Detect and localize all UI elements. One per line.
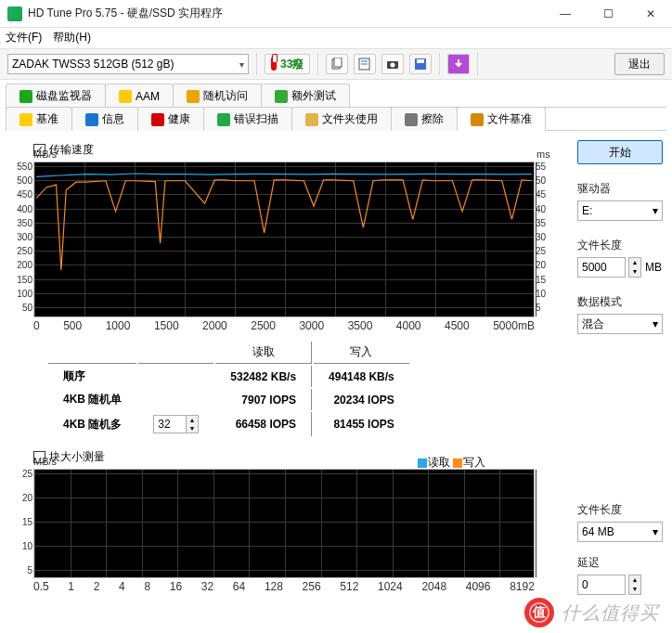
tab-icon: [305, 113, 318, 126]
chevron-down-icon: ▾: [653, 204, 658, 217]
chart2-unit-left: MB/s: [33, 456, 57, 467]
tab-icon: [217, 113, 230, 126]
tab-AAM[interactable]: AAM: [105, 84, 174, 108]
svg-rect-1: [334, 58, 342, 67]
drive-select-value: ZADAK TWSS3 512GB (512 gB): [12, 58, 174, 71]
tab-group: 磁盘监视器AAM随机访问额外测试 基准信息健康错误扫描文件夹使用擦除文件基准: [0, 80, 672, 131]
tab-基准[interactable]: 基准: [6, 107, 72, 131]
tab-icon: [85, 113, 98, 126]
minimize-button[interactable]: —: [544, 0, 587, 28]
start-button[interactable]: 开始: [577, 140, 663, 164]
tab-文件夹使用[interactable]: 文件夹使用: [291, 107, 392, 131]
tab-icon: [187, 90, 200, 103]
tab-icon: [119, 90, 132, 103]
svg-rect-8: [417, 59, 424, 63]
chevron-down-icon: ▾: [239, 59, 244, 70]
toolbar: ZADAK TWSS3 512GB (512 gB) ▾ 33癈 退出: [0, 48, 672, 80]
thermometer-icon: [271, 58, 277, 71]
delay-label: 延迟: [577, 555, 663, 571]
blocksize-chart: 252015105: [33, 469, 535, 578]
delay-spinner[interactable]: ▴▾: [628, 575, 641, 595]
transfer-chart: 5505550050450454004035035300302502520020…: [33, 161, 535, 317]
chart1-unit-left: MB/s: [33, 149, 57, 160]
copy-info-button[interactable]: [354, 54, 376, 74]
download-button[interactable]: [447, 54, 470, 74]
menu-file[interactable]: 文件(F): [6, 30, 42, 46]
table-row: 4KB 随机多32▴▾66458 IOPS81455 IOPS: [48, 412, 409, 436]
drive-select[interactable]: ZADAK TWSS3 512GB (512 gB) ▾: [7, 54, 249, 74]
chart1-unit-right: ms: [536, 149, 550, 160]
tab-icon: [405, 113, 418, 126]
table-row: 顺序532482 KB/s494148 KB/s: [48, 366, 409, 387]
close-button[interactable]: ✕: [629, 0, 672, 28]
mode-label: 数据模式: [577, 294, 663, 310]
blocksize-checkbox-label: 块大小测量: [49, 449, 105, 465]
col-read: 读取: [215, 342, 312, 364]
exit-button[interactable]: 退出: [614, 53, 665, 75]
chart1-x-axis: 0500100015002000250030003500400045005000…: [33, 317, 535, 334]
main-panel: ✓ 传输速度 MB/s ms 5505550050450454004035035…: [0, 131, 672, 606]
tab-icon: [151, 113, 164, 126]
titlebar: HD Tune Pro 5.75 - 硬盘/SSD 实用程序 — ☐ ✕: [0, 0, 672, 28]
driver-select[interactable]: E:▾: [577, 200, 663, 221]
tab-文件基准[interactable]: 文件基准: [457, 107, 546, 131]
col-write: 写入: [314, 342, 409, 364]
svg-point-6: [391, 63, 395, 68]
filelen-label: 文件长度: [577, 238, 663, 253]
tab-错误扫描[interactable]: 错误扫描: [203, 107, 292, 131]
tab-信息[interactable]: 信息: [71, 107, 138, 131]
tab-磁盘监视器[interactable]: 磁盘监视器: [6, 84, 106, 108]
filelen-unit: MB: [645, 261, 662, 274]
delay-input[interactable]: 0: [577, 575, 626, 595]
chart2-x-axis: 0.512481632641282565121024204840968192: [33, 578, 535, 595]
legend-read-swatch: [418, 459, 427, 468]
qdepth-input[interactable]: 32: [153, 415, 187, 433]
screenshot-button[interactable]: [381, 54, 404, 74]
legend-write-swatch: [453, 459, 462, 468]
tab-额外测试[interactable]: 额外测试: [261, 84, 350, 108]
qdepth-spinner[interactable]: ▴▾: [186, 415, 199, 433]
app-icon: [7, 6, 22, 21]
temperature-badge: 33癈: [265, 54, 310, 74]
filelen2-label: 文件长度: [577, 502, 663, 518]
filelen-input[interactable]: 5000: [577, 257, 626, 278]
maximize-button[interactable]: ☐: [587, 0, 629, 28]
window-title: HD Tune Pro 5.75 - 硬盘/SSD 实用程序: [28, 6, 544, 21]
tab-随机访问[interactable]: 随机访问: [173, 84, 262, 108]
menu-help[interactable]: 帮助(H): [53, 30, 91, 46]
tab-icon: [471, 113, 484, 126]
chevron-down-icon: ▾: [653, 525, 658, 538]
chevron-down-icon: ▾: [653, 317, 658, 330]
filelen2-select[interactable]: 64 MB▾: [577, 522, 663, 542]
tab-擦除[interactable]: 擦除: [391, 107, 458, 131]
table-row: 4KB 随机单7907 IOPS20234 IOPS: [48, 389, 409, 410]
tab-row-1: 磁盘监视器AAM随机访问额外测试: [6, 84, 666, 108]
copy-text-button[interactable]: [326, 54, 348, 74]
tab-健康[interactable]: 健康: [137, 107, 204, 131]
save-button[interactable]: [409, 54, 432, 74]
result-table: 读取写入 顺序532482 KB/s494148 KB/s4KB 随机单7907…: [46, 340, 411, 438]
temperature-value: 33癈: [280, 57, 304, 72]
tab-icon: [19, 113, 32, 126]
tab-icon: [19, 90, 32, 103]
filelen-spinner[interactable]: ▴▾: [628, 257, 641, 278]
tab-row-2: 基准信息健康错误扫描文件夹使用擦除文件基准: [6, 107, 666, 131]
tab-icon: [275, 90, 288, 103]
driver-label: 驱动器: [577, 181, 663, 197]
mode-select[interactable]: 混合▾: [577, 314, 663, 334]
menu-bar: 文件(F) 帮助(H): [0, 28, 672, 48]
